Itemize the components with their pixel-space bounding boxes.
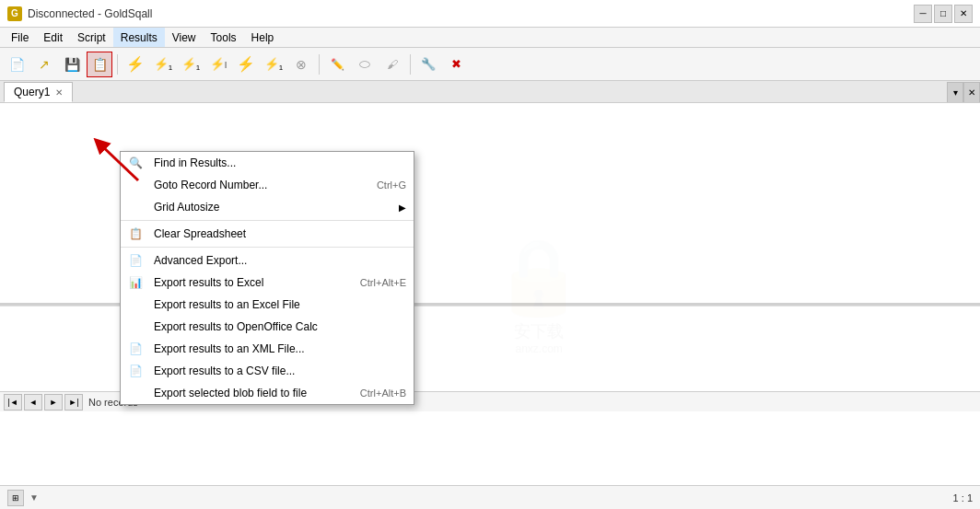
tab-query1[interactable]: Query1 ✕ [4,82,73,102]
results-menu-advanced-export[interactable]: 📄 Advanced Export... [121,249,414,272]
toolbar-separator-1 [117,54,118,75]
toolbar-execute-button[interactable]: ⚡ [122,52,148,77]
toolbar-execute-e1-button[interactable]: ⚡1 [261,52,286,77]
menu-help[interactable]: Help [244,28,282,47]
status-grid-icon[interactable]: ⊞ [7,490,24,506]
csv-icon: 📄 [128,364,143,378]
status-arrow: ▼ [29,492,39,503]
menu-results[interactable]: Results [113,28,165,47]
toolbar-oval-button[interactable]: ⬭ [352,52,378,77]
results-menu-export-excel[interactable]: 📊 Export results to Excel Ctrl+Alt+E [121,272,414,294]
nav-prev-button[interactable]: ◄ [24,394,42,411]
toolbar-edit-button[interactable]: ✏️ [324,52,350,77]
status-left: ⊞ ▼ [7,490,39,506]
menu-file[interactable]: File [4,28,36,47]
window-controls: ─ □ ✕ [914,5,973,23]
nav-first-button[interactable]: |◄ [4,394,22,411]
results-menu-export-excel-file[interactable]: Export results to an Excel File [121,294,414,316]
results-menu-autosize[interactable]: Grid Autosize ▶ [121,196,414,218]
dropdown-separator-1 [121,220,414,221]
tab-scroll-area: ▾ ✕ [947,82,980,102]
toolbar-save-button[interactable]: 💾 [59,52,85,77]
window-title: Disconnected - GoldSqall [28,7,908,20]
results-menu-find[interactable]: 🔍 Find in Results... [121,152,414,174]
app-icon: G [7,6,22,21]
toolbar-config-button[interactable]: 🔧 [415,52,441,77]
toolbar-settings-button[interactable]: ✖ [443,52,469,77]
toolbar-separator-3 [410,54,411,75]
clear-icon: 📋 [128,226,143,241]
results-menu-goto[interactable]: Goto Record Number... Ctrl+G [121,174,414,196]
menu-view[interactable]: View [165,28,204,47]
tab-close-button[interactable]: ✕ [55,87,63,98]
menu-bar: File Edit Script Results View Tools Help [0,28,980,48]
nav-last-button[interactable]: ►| [64,394,83,411]
tab-scroll-down[interactable]: ▾ [947,82,963,102]
tab-close-all[interactable]: ✕ [963,82,980,102]
minimize-button[interactable]: ─ [914,5,932,23]
tabs-bar: Query1 ✕ ▾ ✕ [0,81,980,103]
toolbar-execute-e-button[interactable]: ⚡ [233,52,259,77]
toolbar-execute1-button[interactable]: ⚡1 [150,52,176,77]
dropdown-separator-2 [121,247,414,248]
menu-tools[interactable]: Tools [204,28,244,47]
xml-icon: 📄 [128,341,143,356]
results-menu-clear[interactable]: 📋 Clear Spreadsheet [121,223,414,245]
menu-script[interactable]: Script [70,28,113,47]
submenu-arrow: ▶ [399,202,406,213]
status-bar: ⊞ ▼ 1 : 1 [0,485,980,509]
toolbar: 📄 ↗ 💾 📋 ⚡ ⚡1 ⚡1 ⚡| ⚡ ⚡1 ⊗ ✏️ ⬭ 🖌 🔧 [0,48,980,81]
toolbar-stop-button[interactable]: ⊗ [288,52,314,77]
advanced-export-icon: 📄 [128,253,143,268]
find-icon: 🔍 [128,156,143,170]
toolbar-results-button[interactable]: 📋 [87,52,112,77]
tab-label: Query1 [14,86,50,98]
status-position: 1 : 1 [953,492,973,503]
results-dropdown-menu: 🔍 Find in Results... Goto Record Number.… [120,151,414,405]
toolbar-open-button[interactable]: ↗ [31,52,57,77]
maximize-button[interactable]: □ [934,5,952,23]
results-menu-export-blob[interactable]: Export selected blob field to file Ctrl+… [121,382,414,404]
toolbar-execute-sel-button[interactable]: ⚡| [205,52,231,77]
menu-edit[interactable]: Edit [36,28,70,47]
results-menu-export-oo[interactable]: Export results to OpenOffice Calc [121,316,414,338]
nav-next-button[interactable]: ► [44,394,63,411]
excel-icon: 📊 [128,275,143,290]
toolbar-new-button[interactable]: 📄 [4,52,29,77]
results-menu-export-csv[interactable]: 📄 Export results to a CSV file... [121,360,414,382]
toolbar-execute-line-button[interactable]: ⚡1 [178,52,204,77]
close-button[interactable]: ✕ [954,5,973,23]
toolbar-separator-2 [319,54,320,75]
toolbar-brush-button[interactable]: 🖌 [379,52,405,77]
title-bar: G Disconnected - GoldSqall ─ □ ✕ [0,0,980,28]
results-menu-export-xml[interactable]: 📄 Export results to an XML File... [121,338,414,360]
main-content: |◄ ◄ ► ►| No records 🔒 安下载 anxz.com 🔍 Fi… [0,103,980,485]
